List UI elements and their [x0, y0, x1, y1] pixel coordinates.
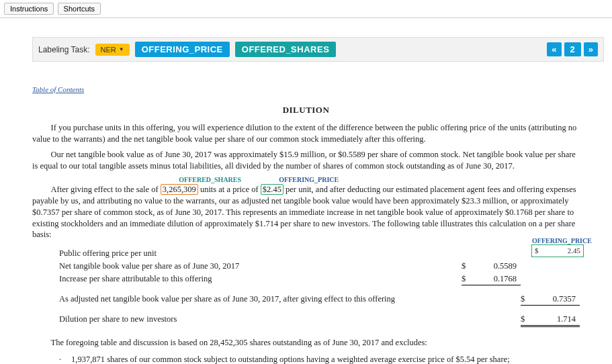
task-label: Labeling Task: [38, 45, 90, 54]
table-of-contents-link[interactable]: Table of Contents [32, 85, 84, 95]
list-text: 1,937,871 shares of our common stock sub… [71, 354, 510, 364]
row-label: Increase per share attributable to this … [59, 273, 462, 285]
annotated-value: 3,265,309 [161, 184, 198, 195]
instructions-button[interactable]: Instructions [4, 3, 54, 15]
table-row: Net tangible book value per share as of … [59, 260, 580, 273]
financial-table: OFFERING_PRICE $ 2.45 Public offering pr… [59, 247, 580, 327]
prev-page-button[interactable]: « [547, 42, 561, 56]
annotation-offered-shares[interactable]: OFFERED_SHARES3,265,309 [161, 185, 198, 194]
annotation-label: OFFERED_SHARES [161, 175, 241, 185]
table-row: Public offering price per unit [59, 247, 580, 260]
annotated-value: $2.45 [261, 184, 283, 195]
row-label: Net tangible book value per share as of … [59, 261, 462, 272]
text: After giving effect to the sale of [51, 185, 161, 194]
currency-symbol: $ [462, 273, 474, 285]
text: units at a price of [198, 185, 261, 194]
doc-title: DILUTION [32, 104, 580, 116]
currency-symbol: $ [521, 293, 533, 306]
bullet-list: · 1,937,871 shares of our common stock s… [59, 354, 580, 364]
row-label: As adjusted net tangible book value per … [59, 293, 462, 305]
next-page-button[interactable]: » [584, 42, 598, 56]
table-row: As adjusted net tangible book value per … [59, 293, 580, 306]
tag-offering-price[interactable]: OFFERING_PRICE [135, 42, 230, 57]
cell-value: 1.714 [533, 314, 580, 327]
annotation-offering-price-cell[interactable]: OFFERING_PRICE $ 2.45 [531, 244, 584, 257]
paragraph: The foregoing table and discussion is ba… [32, 337, 580, 349]
document-pane: Table of Contents DILUTION If you purcha… [32, 73, 580, 364]
paragraph: Our net tangible book value as of June 3… [32, 149, 580, 172]
annotation-offering-price[interactable]: OFFERING_PRICE$2.45 [261, 185, 283, 194]
bullet-icon: · [59, 354, 71, 364]
table-row: Dilution per share to new investors $ 1.… [59, 313, 580, 328]
annotation-label: OFFERING_PRICE [532, 236, 592, 246]
currency-symbol: $ [462, 261, 474, 272]
task-bar: Labeling Task: NER ▼ OFFERING_PRICE OFFE… [32, 37, 604, 62]
table-row: Increase per share attributable to this … [59, 273, 580, 286]
annotated-value: 2.45 [568, 246, 580, 256]
row-label: Dilution per share to new investors [59, 314, 462, 325]
shortcuts-button[interactable]: Shortcuts [58, 3, 101, 15]
row-label: Public offering price per unit [59, 248, 462, 259]
cell-value: 0.5589 [474, 261, 521, 272]
paragraph: After giving effect to the sale of OFFER… [32, 184, 580, 240]
tag-offered-shares[interactable]: OFFERED_SHARES [235, 42, 337, 57]
list-item: · 1,937,871 shares of our common stock s… [59, 354, 580, 364]
caret-down-icon: ▼ [119, 46, 124, 52]
cell-value: 0.7357 [533, 293, 580, 306]
annotation-label: OFFERING_PRICE [261, 175, 339, 185]
paragraph: If you purchase units in this offering, … [32, 122, 580, 145]
currency-symbol: $ [535, 246, 539, 256]
ner-text: NER [101, 46, 116, 54]
pager: « 2 » [547, 42, 598, 56]
top-toolbar: Instructions Shortcuts [0, 0, 612, 18]
currency-symbol: $ [521, 314, 533, 327]
page-number: 2 [564, 42, 581, 56]
cell-value: 0.1768 [474, 273, 521, 285]
ner-dropdown[interactable]: NER ▼ [95, 44, 130, 56]
